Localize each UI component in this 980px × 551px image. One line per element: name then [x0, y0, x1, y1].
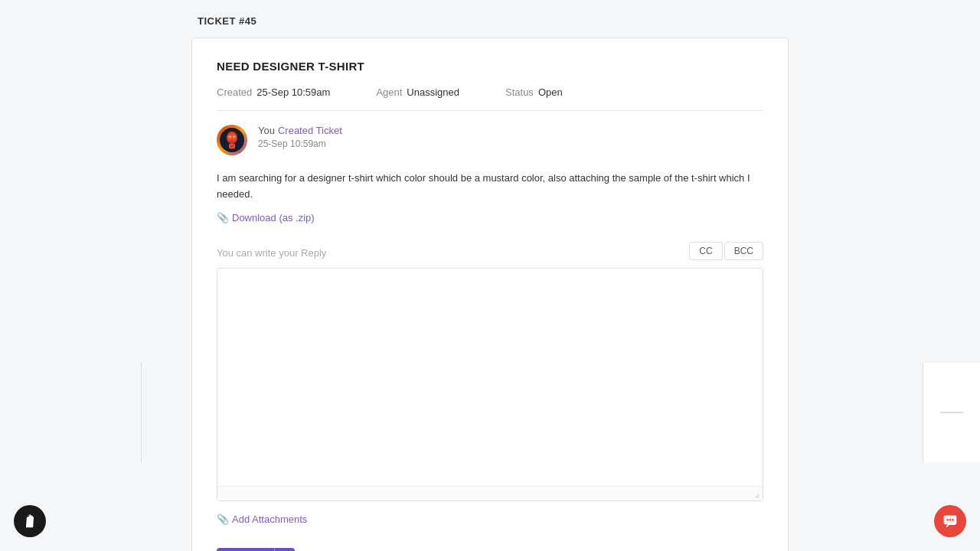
svg-point-11 — [952, 519, 954, 521]
agent-label: Agent — [376, 86, 402, 98]
divider — [217, 110, 763, 111]
created-meta: Created 25-Sep 10:59am — [217, 86, 330, 98]
cc-bcc-group: CC BCC — [689, 242, 763, 260]
reply-dropdown-button[interactable]: ▾ — [274, 548, 295, 551]
svg-rect-7 — [230, 145, 234, 147]
comment-time: 25-Sep 10:59am — [258, 139, 763, 149]
cc-button[interactable]: CC — [689, 242, 722, 260]
attachments-label: Add Attachments — [232, 514, 307, 525]
reply-input-wrapper: ⌟ — [217, 268, 763, 501]
svg-point-9 — [946, 519, 949, 521]
ticket-number: TICKET #45 — [198, 15, 256, 27]
ticket-title: NEED DESIGNER T-SHIRT — [217, 60, 763, 73]
reply-button[interactable]: Reply — [217, 548, 274, 551]
status-meta: Status Open — [505, 86, 563, 98]
svg-rect-4 — [233, 135, 236, 137]
resize-icon: ⌟ — [755, 488, 760, 499]
resize-handle[interactable]: ⌟ — [217, 486, 763, 500]
download-link[interactable]: 📎 Download (as .zip) — [217, 212, 315, 223]
reply-textarea[interactable] — [217, 269, 763, 483]
paperclip-icon: 📎 — [217, 212, 229, 223]
left-sidebar-panel — [0, 363, 142, 462]
created-label: Created — [217, 86, 252, 98]
svg-point-10 — [949, 519, 952, 521]
download-label: Download (as .zip) — [232, 212, 315, 223]
reply-button-group: Reply ▾ — [217, 548, 295, 551]
add-attachments-link[interactable]: 📎 Add Attachments — [217, 514, 307, 525]
comment-action: Created Ticket — [278, 125, 342, 136]
bcc-button[interactable]: BCC — [724, 242, 763, 260]
agent-meta: Agent Unassigned — [376, 86, 459, 98]
right-panel-line — [940, 412, 963, 413]
status-label: Status — [505, 86, 534, 98]
agent-value: Unassigned — [407, 86, 459, 98]
ticket-card: NEED DESIGNER T-SHIRT Created 25-Sep 10:… — [191, 37, 789, 551]
comment-header: You Created Ticket — [258, 125, 763, 136]
reply-placeholder: You can write your Reply — [217, 240, 689, 263]
comment-section: You Created Ticket 25-Sep 10:59am — [217, 125, 763, 157]
svg-rect-3 — [228, 135, 231, 137]
right-sidebar-panel — [923, 363, 980, 462]
comment-author: You — [258, 125, 275, 136]
svg-point-5 — [229, 140, 235, 142]
shopify-icon-button[interactable] — [14, 505, 46, 537]
comment-text: I am searching for a designer t-shirt wh… — [217, 171, 763, 203]
created-value: 25-Sep 10:59am — [256, 86, 330, 98]
ticket-meta: Created 25-Sep 10:59am Agent Unassigned … — [217, 86, 763, 98]
reply-area-header: You can write your Reply CC BCC — [217, 240, 763, 263]
chat-icon-button[interactable] — [934, 505, 966, 537]
status-value: Open — [538, 86, 563, 98]
comment-body: You Created Ticket 25-Sep 10:59am — [258, 125, 763, 157]
paperclip-icon-2: 📎 — [217, 514, 229, 525]
avatar — [217, 125, 247, 155]
